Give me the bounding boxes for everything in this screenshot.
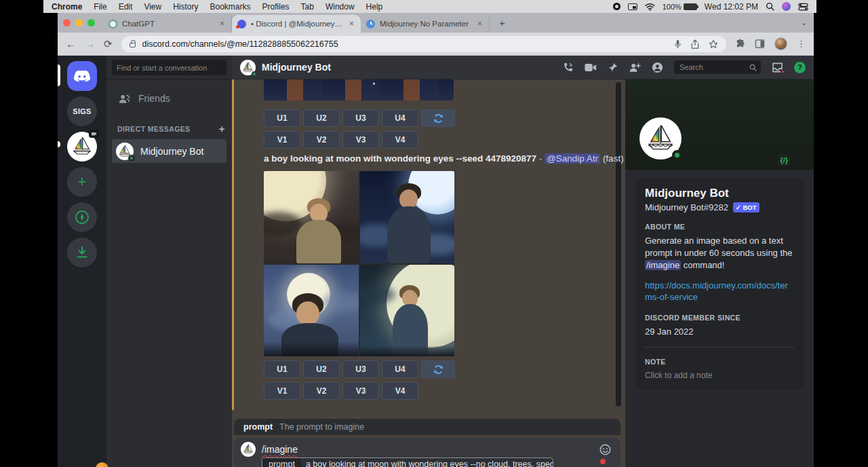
inbox-button[interactable] xyxy=(772,62,783,73)
side-panel-icon[interactable] xyxy=(755,39,765,49)
add-server-button[interactable]: + xyxy=(67,167,97,197)
menu-tab[interactable]: Tab xyxy=(301,2,314,12)
slash-command-hint-bar[interactable]: prompt The prompt to imagine xyxy=(234,419,620,435)
siri-icon[interactable] xyxy=(782,2,791,11)
u1-button[interactable]: U1 xyxy=(264,360,300,378)
forward-button[interactable]: → xyxy=(85,38,95,50)
tab-midjourney-no-parameter[interactable]: Midjourney No Parameter × xyxy=(361,15,490,33)
tab-discord[interactable]: • Discord | @Midjourney Bot × xyxy=(232,15,361,33)
tab-close-icon[interactable]: × xyxy=(218,19,226,29)
menu-bookmarks[interactable]: Bookmarks xyxy=(210,2,251,12)
conversation-search-input[interactable] xyxy=(112,60,226,75)
voice-search-icon[interactable] xyxy=(674,39,682,49)
create-dm-icon[interactable]: + xyxy=(219,123,225,134)
v4-button[interactable]: V4 xyxy=(382,382,418,400)
v2-button[interactable]: V2 xyxy=(303,131,340,149)
reroll-button[interactable] xyxy=(421,109,455,127)
tab-close-icon[interactable]: × xyxy=(348,19,355,29)
url-bar[interactable] xyxy=(121,36,726,52)
u2-button[interactable]: U2 xyxy=(303,109,340,127)
reroll-button[interactable] xyxy=(421,360,455,378)
pin-icon[interactable] xyxy=(608,62,618,73)
chat-scrollbar[interactable] xyxy=(616,82,621,407)
u3-button[interactable]: U3 xyxy=(342,109,379,127)
u3-button[interactable]: U3 xyxy=(342,360,379,378)
v3-button[interactable]: V3 xyxy=(342,382,379,400)
spotlight-icon[interactable] xyxy=(766,2,774,11)
share-icon[interactable] xyxy=(691,39,699,49)
chat-search-box[interactable] xyxy=(674,60,761,74)
download-apps-button[interactable] xyxy=(67,238,97,267)
emoji-picker-button[interactable] xyxy=(599,444,611,455)
tab-close-icon[interactable]: × xyxy=(476,19,484,29)
record-icon[interactable] xyxy=(613,3,620,10)
zoom-window-button[interactable] xyxy=(87,19,95,26)
url-input[interactable] xyxy=(141,39,669,50)
bookmark-star-icon[interactable] xyxy=(709,39,718,49)
minimize-window-button[interactable] xyxy=(75,19,83,26)
prompt-option-value[interactable]: a boy looking at moon with wondering eye… xyxy=(301,458,553,467)
dm-header: DIRECT MESSAGES + xyxy=(106,123,232,134)
back-button[interactable]: ← xyxy=(66,38,76,50)
menu-window[interactable]: Window xyxy=(326,2,355,12)
chrome-menu-icon[interactable]: ⋮ xyxy=(797,39,806,49)
video-call-icon[interactable] xyxy=(585,63,597,72)
v4-button[interactable]: V4 xyxy=(382,131,418,149)
previous-grid-image[interactable] xyxy=(264,79,454,100)
menubar-clock[interactable]: Wed 12:02 PM xyxy=(705,2,758,12)
menu-edit[interactable]: Edit xyxy=(119,2,133,12)
imagine-command-text[interactable]: /imagine xyxy=(262,444,298,455)
about-text-part1: Generate an image based on a text prompt… xyxy=(645,236,793,258)
new-tab-button[interactable]: + xyxy=(495,17,509,29)
chat-messages-area: U1 U2 U3 U4 V1 xyxy=(232,79,625,467)
chrome-profile-avatar[interactable] xyxy=(774,37,787,50)
imagine-command-chip[interactable]: /imagine xyxy=(645,260,681,270)
control-center-icon[interactable] xyxy=(798,3,808,11)
tab-strip: ChatGPT × • Discord | @Midjourney Bot × … xyxy=(58,13,814,33)
note-placeholder[interactable]: Click to add a note xyxy=(645,371,794,380)
sidebar-item-friends[interactable]: Friends xyxy=(112,88,226,109)
explore-servers-button[interactable] xyxy=(67,202,97,232)
grid-image-2[interactable] xyxy=(360,171,455,263)
message-composer[interactable]: /imagine prompt xyxy=(234,438,620,467)
user-mention[interactable]: @Sandip Atr xyxy=(545,153,600,164)
menu-view[interactable]: View xyxy=(144,2,161,12)
help-button[interactable]: ? xyxy=(794,62,806,73)
screen-mirroring-icon[interactable] xyxy=(628,3,637,10)
about-me-label: ABOUT ME xyxy=(645,223,794,231)
generated-image-grid[interactable] xyxy=(264,171,454,356)
v3-button[interactable]: V3 xyxy=(342,131,379,149)
u1-button[interactable]: U1 xyxy=(264,109,300,127)
wifi-icon[interactable] xyxy=(645,3,655,11)
server-sigs[interactable]: SIGS xyxy=(67,96,97,126)
v2-button[interactable]: V2 xyxy=(303,382,340,400)
tab-chatgpt[interactable]: ChatGPT × xyxy=(103,15,232,33)
verified-developer-badge[interactable]: {/} xyxy=(777,154,791,166)
tab-strip-chevron-icon[interactable]: ⌄ xyxy=(801,18,807,27)
u4-button[interactable]: U4 xyxy=(382,109,418,127)
menu-profiles[interactable]: Profiles xyxy=(262,2,290,12)
add-friend-icon[interactable] xyxy=(629,62,641,73)
grid-image-1[interactable] xyxy=(264,171,359,263)
menu-chrome[interactable]: Chrome xyxy=(52,2,82,12)
menu-file[interactable]: File xyxy=(94,2,106,12)
close-window-button[interactable] xyxy=(63,19,71,26)
menu-history[interactable]: History xyxy=(173,2,198,12)
u2-button[interactable]: U2 xyxy=(303,360,340,378)
menu-help[interactable]: Help xyxy=(366,2,383,12)
grid-image-4[interactable] xyxy=(360,265,455,357)
extensions-icon[interactable] xyxy=(735,39,745,49)
reload-button[interactable]: ⟳ xyxy=(104,38,113,50)
v1-button[interactable]: V1 xyxy=(264,131,300,149)
voice-call-icon[interactable] xyxy=(562,62,574,73)
user-profile-icon[interactable] xyxy=(652,62,663,73)
terms-link[interactable]: https://docs.midjourney.com/docs/terms-o… xyxy=(645,280,794,303)
dm-item-midjourney-bot[interactable]: Midjourney Bot xyxy=(112,139,226,163)
dm-midjourney-avatar-button[interactable] xyxy=(67,132,97,162)
chat-search-input[interactable] xyxy=(678,62,747,72)
prompt-option-field[interactable]: prompt a boy looking at moon with wonder… xyxy=(262,457,553,467)
u4-button[interactable]: U4 xyxy=(382,360,418,378)
grid-image-3[interactable] xyxy=(264,265,359,357)
v1-button[interactable]: V1 xyxy=(264,382,300,400)
discord-home-button[interactable] xyxy=(67,61,97,91)
